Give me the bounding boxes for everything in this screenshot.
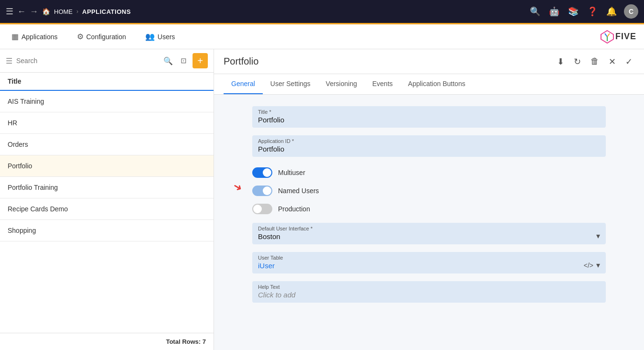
forward-icon: → xyxy=(30,7,38,17)
multiuser-row: Multiuser xyxy=(252,164,606,181)
list-item-recipe[interactable]: Recipe Cards Demo xyxy=(0,198,214,220)
forward-button[interactable]: → xyxy=(30,7,38,17)
user-table-dropdown-icon[interactable]: ▾ xyxy=(596,261,600,270)
title-field-wrapper[interactable]: Title * Portfolio xyxy=(252,106,606,128)
delete-icon[interactable]: 🗑 xyxy=(589,55,601,68)
list-item-shopping[interactable]: Shopping xyxy=(0,220,214,241)
named-users-label: Named Users xyxy=(278,187,319,195)
svg-line-2 xyxy=(607,33,610,37)
tab-app-buttons-label: Application Buttons xyxy=(408,80,465,88)
app-id-field: Application ID * Portfolio xyxy=(252,135,606,157)
multiuser-track xyxy=(252,167,272,178)
user-table-field[interactable]: User Table iUser </> ▾ xyxy=(252,252,606,273)
dropdown-arrow-icon[interactable]: ▾ xyxy=(596,231,600,241)
help-icon[interactable]: ❓ xyxy=(586,5,599,18)
add-button[interactable]: + xyxy=(193,53,208,68)
tab-applications[interactable]: ▦ Applications xyxy=(8,30,62,43)
tab-configuration[interactable]: ⚙ Configuration xyxy=(73,30,130,43)
right-header: Portfolio ⬇ ↻ 🗑 ✕ ✓ xyxy=(214,49,644,74)
default-ui-value: Boston xyxy=(258,232,596,241)
plus-icon: + xyxy=(197,55,203,66)
tab-versioning[interactable]: Versioning xyxy=(318,74,365,94)
svg-line-1 xyxy=(605,33,607,37)
apps-label: APPLICATIONS xyxy=(82,8,131,15)
back-button[interactable]: ← xyxy=(17,7,26,17)
home-label[interactable]: HOME xyxy=(54,8,73,15)
list-item-orders[interactable]: Orders xyxy=(0,134,214,155)
search-bar: ☰ 🔍 ⊡ + xyxy=(0,49,214,73)
list-item-ais[interactable]: AIS Training xyxy=(0,91,214,112)
tab-versioning-label: Versioning xyxy=(326,80,357,88)
named-users-toggle[interactable] xyxy=(252,186,272,196)
avatar[interactable]: C xyxy=(624,4,638,19)
title-field-label: Title * xyxy=(258,109,600,115)
notifications-icon[interactable]: 🔔 xyxy=(605,5,618,18)
code-icon[interactable]: </> xyxy=(584,262,593,269)
tab-user-settings[interactable]: User Settings xyxy=(263,74,318,94)
user-table-value: iUser xyxy=(258,262,584,270)
default-ui-label: Default User Interface * xyxy=(258,226,596,231)
title-field: Title * Portfolio xyxy=(252,106,606,128)
total-rows: Total Rows: 7 xyxy=(0,333,214,350)
list-items: AIS Training HR Orders Portfolio Portfol… xyxy=(0,91,214,333)
right-panel: Portfolio ⬇ ↻ 🗑 ✕ ✓ General User Setting… xyxy=(214,49,644,350)
app-id-field-label: Application ID * xyxy=(258,138,600,144)
list-item-portfolio-training[interactable]: Portfolio Training xyxy=(0,177,214,198)
configuration-label: Configuration xyxy=(86,33,126,41)
close-icon[interactable]: ✕ xyxy=(607,55,618,69)
five-logo-icon xyxy=(600,30,614,44)
confirm-icon[interactable]: ✓ xyxy=(623,55,634,69)
expand-button[interactable]: ⊡ xyxy=(179,55,189,67)
multiuser-label: Multiuser xyxy=(278,169,305,176)
tab-general-label: General xyxy=(231,80,255,88)
list-item-portfolio[interactable]: Portfolio xyxy=(0,155,214,177)
second-bar: ▦ Applications ⚙ Configuration 👥 Users F… xyxy=(0,24,644,49)
tab-events[interactable]: Events xyxy=(365,74,400,94)
back-icon: ← xyxy=(17,7,26,17)
form-area: Title * Portfolio Application ID * Portf… xyxy=(214,95,644,350)
tab-app-buttons[interactable]: Application Buttons xyxy=(400,74,473,94)
app-id-field-wrapper[interactable]: Application ID * Portfolio xyxy=(252,135,606,157)
download-icon[interactable]: ⬇ xyxy=(555,55,566,69)
named-users-track xyxy=(252,186,272,196)
search-globe-icon[interactable]: 🔍 xyxy=(528,5,542,18)
menu-button[interactable]: ☰ xyxy=(6,6,13,17)
production-row: Production xyxy=(252,201,606,217)
applications-icon: ▦ xyxy=(11,32,19,41)
users-icon: 👥 xyxy=(145,32,155,41)
home-icon: 🏠 xyxy=(42,8,50,15)
books-icon[interactable]: 📚 xyxy=(567,5,580,18)
tab-user-settings-label: User Settings xyxy=(270,80,311,88)
app-id-field-value: Portfolio xyxy=(258,145,600,153)
refresh-icon[interactable]: ↻ xyxy=(572,55,583,69)
multiuser-toggle[interactable] xyxy=(252,167,272,178)
help-text-field[interactable]: Help Text Click to add xyxy=(252,281,606,303)
title-field-value: Portfolio xyxy=(258,116,600,124)
list-item-hr[interactable]: HR xyxy=(0,112,214,134)
filter-icon: ☰ xyxy=(6,56,12,66)
help-text-label: Help Text xyxy=(258,284,600,290)
default-ui-field[interactable]: Default User Interface * Boston ▾ xyxy=(252,223,606,244)
red-arrow-annotation: ➜ xyxy=(231,179,245,195)
search-icon: 🔍 xyxy=(163,56,173,66)
left-panel: ☰ 🔍 ⊡ + Title AIS Training HR xyxy=(0,49,214,350)
production-label: Production xyxy=(278,205,310,213)
hamburger-icon: ☰ xyxy=(6,6,13,17)
list-item-label: Shopping xyxy=(8,227,36,234)
expand-icon: ⊡ xyxy=(181,56,187,65)
list-item-label: Orders xyxy=(8,141,28,148)
list-item-label: Portfolio Training xyxy=(8,184,58,191)
user-table-label: User Table xyxy=(258,255,584,261)
tab-users[interactable]: 👥 Users xyxy=(141,30,179,43)
applications-label: Applications xyxy=(21,33,58,41)
configuration-icon: ⚙ xyxy=(77,32,84,41)
tab-general[interactable]: General xyxy=(224,74,263,94)
search-magnify-button[interactable]: 🔍 xyxy=(161,55,175,67)
search-input[interactable] xyxy=(16,57,158,65)
named-users-row: ➜ Named Users xyxy=(252,183,606,199)
right-actions: ⬇ ↻ 🗑 ✕ ✓ xyxy=(555,55,634,69)
robot-icon[interactable]: 🤖 xyxy=(547,5,561,18)
production-toggle[interactable] xyxy=(252,204,272,214)
list-item-label: HR xyxy=(8,119,17,127)
list-item-label: Recipe Cards Demo xyxy=(8,205,68,213)
